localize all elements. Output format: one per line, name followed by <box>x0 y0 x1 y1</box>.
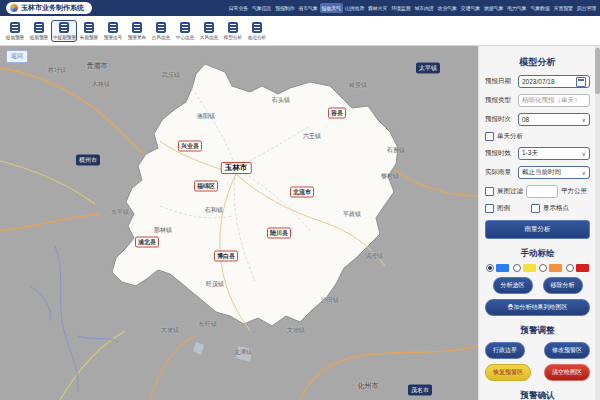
warning-confirm-title: 预警确认 <box>485 390 590 400</box>
toolbar-item-label: 预警发布 <box>128 34 146 40</box>
draw-color-option-0[interactable] <box>486 264 509 272</box>
top-nav-item-1[interactable]: 气象信息 <box>250 3 273 13</box>
toolbar-item-3[interactable]: 长期预警 <box>77 20 101 42</box>
chevron-down-icon: ∨ <box>582 117 586 123</box>
top-nav-item-5[interactable]: 山洪地质 <box>343 3 366 13</box>
toolbar-item-2[interactable]: 中短期预警 <box>51 20 77 42</box>
top-nav-item-2[interactable]: 预报制作 <box>273 3 296 13</box>
toolbar-item-9[interactable]: 模型分析 <box>221 20 245 42</box>
forecast-type-input[interactable]: 精细化预报（单天） <box>518 94 590 107</box>
overlay-result-button[interactable]: 叠加分析结果到绘图区 <box>485 299 590 316</box>
top-bar: 玉林市业务制作系统 日常业务气象信息预报制作省市气象短临天气山洪地质森林火灾环境… <box>0 0 600 16</box>
app-logo[interactable]: 玉林市业务制作系统 <box>6 2 92 14</box>
module-toolbar: 短临预警短期预警中短期预警长期预警预警信号预警发布台风信息中心信息大风信息模型分… <box>0 16 600 46</box>
top-nav-item-8[interactable]: 城市内涝 <box>412 3 435 13</box>
forecast-range-label: 预报时效 <box>485 149 518 158</box>
panel-scrollbar-thumb[interactable] <box>595 48 600 94</box>
top-nav-item-7[interactable]: 环境监测 <box>389 3 412 13</box>
actual-rain-select[interactable]: 截止当前时间 ∨ <box>518 166 590 179</box>
draw-color-radios <box>485 264 590 272</box>
adjust-button-1[interactable]: 修改预警区 <box>544 342 590 359</box>
legend-label: 图例 <box>497 204 531 213</box>
legend-checkbox[interactable] <box>485 204 494 213</box>
warning-adjust-title: 预警调整 <box>485 325 590 337</box>
radio-icon <box>566 264 574 272</box>
radio-icon <box>513 264 521 272</box>
actual-rain-value: 截止当前时间 <box>522 168 561 177</box>
toolbar-item-1[interactable]: 短期预警 <box>27 20 51 42</box>
adjust-button-2[interactable]: 恢复预警区 <box>485 364 531 381</box>
app-logo-icon <box>10 4 18 12</box>
document-icon <box>10 22 20 33</box>
adjust-button-3[interactable]: 清空绘图区 <box>544 364 590 381</box>
color-swatch <box>523 264 536 272</box>
document-icon <box>59 22 69 33</box>
top-nav-item-6[interactable]: 森林火灾 <box>366 3 389 13</box>
panel-scrollbar[interactable] <box>595 46 600 400</box>
area-filter-input[interactable] <box>526 185 558 198</box>
forecast-hour-select[interactable]: 08 ∨ <box>518 113 590 126</box>
panel-title: 模型分析 <box>485 56 590 69</box>
toolbar-item-label: 中短期预警 <box>53 34 76 40</box>
map-canvas[interactable]: 桥圩镇贵港市木格镇武乐镇洛阳镇石头镇岭景镇太平镇横州市东平镇兴业县容县六王镇石寨… <box>0 46 478 400</box>
document-icon <box>132 22 142 33</box>
color-swatch <box>496 264 509 272</box>
area-filter-checkbox[interactable] <box>485 187 494 196</box>
top-nav-item-13[interactable]: 气象数据 <box>528 3 551 13</box>
top-nav-item-9[interactable]: 农业气象 <box>436 3 459 13</box>
forecast-date-input[interactable]: 2023/07/18 <box>518 75 590 88</box>
toolbar-item-label: 大风信息 <box>200 34 218 40</box>
top-nav-item-15[interactable]: 后台管理 <box>575 3 598 13</box>
top-nav-item-14[interactable]: 灾害预警 <box>552 3 575 13</box>
top-nav-item-11[interactable]: 旅游气象 <box>482 3 505 13</box>
manual-button-1[interactable]: 移除分析 <box>543 277 583 294</box>
toolbar-item-label: 中心信息 <box>176 34 194 40</box>
chevron-down-icon: ∨ <box>582 170 586 176</box>
forecast-hour-label: 预报时次 <box>485 115 518 124</box>
manual-button-0[interactable]: 分析选区 <box>493 277 533 294</box>
chevron-down-icon: ∨ <box>582 151 586 157</box>
toolbar-item-label: 长期预警 <box>80 34 98 40</box>
top-nav-item-10[interactable]: 交通气象 <box>459 3 482 13</box>
radio-icon <box>539 264 547 272</box>
warning-adjust-row2: 恢复预警区清空绘图区 <box>485 364 590 381</box>
map-back-button[interactable]: 返回 <box>6 50 28 63</box>
draw-color-option-1[interactable] <box>513 264 536 272</box>
top-nav-item-3[interactable]: 省市气象 <box>296 3 319 13</box>
toolbar-item-label: 台风信息 <box>152 34 170 40</box>
toolbar-item-10[interactable]: 临近分析 <box>245 20 269 42</box>
toolbar-item-6[interactable]: 台风信息 <box>149 20 173 42</box>
forecast-hour-value: 08 <box>522 116 529 123</box>
grid-checkbox[interactable] <box>531 204 540 213</box>
toolbar-item-label: 预警信号 <box>104 34 122 40</box>
document-icon <box>204 22 214 33</box>
forecast-range-value: 1-3天 <box>522 149 538 158</box>
map-basemap <box>0 46 478 400</box>
draw-color-option-2[interactable] <box>539 264 562 272</box>
toolbar-item-7[interactable]: 中心信息 <box>173 20 197 42</box>
draw-color-option-3[interactable] <box>566 264 589 272</box>
single-day-checkbox[interactable] <box>485 132 494 141</box>
area-filter-label: 展图过滤 <box>497 187 523 196</box>
toolbar-item-0[interactable]: 短临预警 <box>3 20 27 42</box>
area-filter-unit: 平方公里 <box>561 187 587 196</box>
toolbar-item-5[interactable]: 预警发布 <box>125 20 149 42</box>
toolbar-item-label: 临近分析 <box>248 34 266 40</box>
radio-icon <box>486 264 494 272</box>
app-title: 玉林市业务制作系统 <box>21 3 84 13</box>
actual-rain-label: 实际雨量 <box>485 168 518 177</box>
rain-analysis-button[interactable]: 雨量分析 <box>485 220 590 239</box>
grid-label: 显示格点 <box>543 204 569 213</box>
document-icon <box>180 22 190 33</box>
forecast-date-label: 预报日期 <box>485 77 518 86</box>
toolbar-item-label: 短期预警 <box>30 34 48 40</box>
top-nav-item-4[interactable]: 短临天气 <box>320 3 343 13</box>
document-icon <box>108 22 118 33</box>
top-nav-item-0[interactable]: 日常业务 <box>227 3 250 13</box>
top-nav-item-12[interactable]: 电力气象 <box>505 3 528 13</box>
adjust-button-0[interactable]: 行政边界 <box>485 342 525 359</box>
toolbar-item-4[interactable]: 预警信号 <box>101 20 125 42</box>
forecast-range-select[interactable]: 1-3天 ∨ <box>518 147 590 160</box>
top-nav: 日常业务气象信息预报制作省市气象短临天气山洪地质森林火灾环境监测城市内涝农业气象… <box>227 0 598 16</box>
toolbar-item-8[interactable]: 大风信息 <box>197 20 221 42</box>
